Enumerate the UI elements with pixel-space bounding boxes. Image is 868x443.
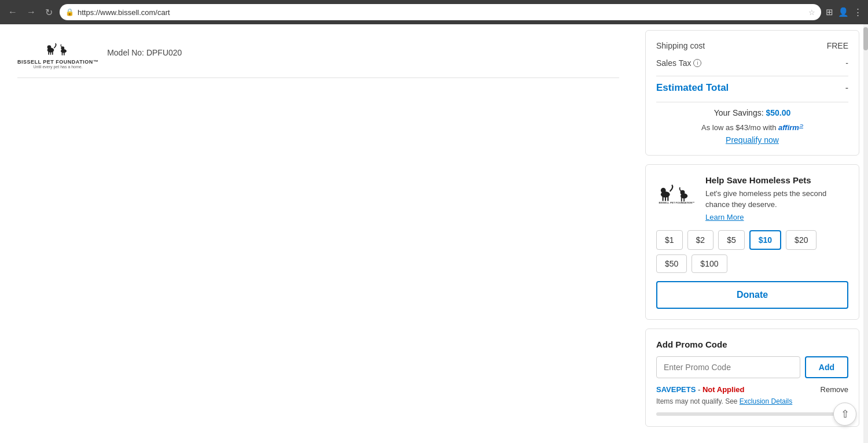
logo-name: BISSELL PET FOUNDATION™ <box>17 59 98 65</box>
affirm-logo: affirm⊃ <box>778 123 803 132</box>
scrollbar-thumb[interactable] <box>863 27 868 50</box>
product-header: BISSELL PET FOUNDATION™ Until every pet … <box>17 36 619 69</box>
extensions-icon[interactable]: ⊞ <box>826 7 833 17</box>
bissell-logo: BISSELL PET FOUNDATION™ Until every pet … <box>17 36 98 69</box>
svg-rect-4 <box>52 51 53 55</box>
promo-input-row: Add <box>656 356 848 378</box>
sales-tax-row: Sales Tax i - <box>656 58 848 68</box>
header-divider <box>17 77 619 78</box>
scroll-to-top-button[interactable]: ⇧ <box>833 403 856 426</box>
left-area: BISSELL PET FOUNDATION™ Until every pet … <box>0 24 637 443</box>
donate-button[interactable]: Donate <box>656 281 848 309</box>
savings-amount: $50.00 <box>766 108 790 117</box>
amount-10-button[interactable]: $10 <box>749 230 781 250</box>
url-text: https://www.bissell.com/cart <box>78 8 805 17</box>
amount-1-button[interactable]: $1 <box>656 230 683 250</box>
shipping-value: FREE <box>827 41 848 50</box>
donate-card: BISSELL PET FOUNDATION™ Help Save Homele… <box>645 164 859 319</box>
svg-rect-11 <box>663 196 664 201</box>
amount-100-button[interactable]: $100 <box>692 254 727 273</box>
browser-chrome: ← → ↻ 🔒 https://www.bissell.com/cart ☆ ⊞… <box>0 0 868 24</box>
promo-title: Add Promo Code <box>656 339 848 349</box>
security-icon: 🔒 <box>65 8 74 16</box>
svg-rect-3 <box>50 51 52 55</box>
learn-more-link[interactable]: Learn More <box>705 213 744 221</box>
exclusion-details-link[interactable]: Exclusion Details <box>740 397 792 405</box>
donate-logo-image: BISSELL PET FOUNDATION™ <box>656 175 697 207</box>
logo-image <box>43 36 72 59</box>
savings-label: Your Savings: $50.00 <box>714 108 791 117</box>
forward-button[interactable]: → <box>24 5 38 20</box>
sales-tax-info-icon[interactable]: i <box>693 59 701 67</box>
svg-rect-13 <box>667 196 668 201</box>
back-button[interactable]: ← <box>6 5 20 20</box>
donate-title: Help Save Homeless Pets <box>705 175 848 185</box>
amount-2-button[interactable]: $2 <box>687 230 714 250</box>
promo-card: Add Promo Code Add SAVEPETS - Not Applie… <box>645 328 859 427</box>
refresh-button[interactable]: ↻ <box>43 5 55 20</box>
remove-promo-link[interactable]: Remove <box>821 385 848 394</box>
affirm-row: As low as $43/mo with affirm⊃ <box>656 123 848 132</box>
profile-icon[interactable]: 👤 <box>838 7 849 17</box>
page-content: BISSELL PET FOUNDATION™ Until every pet … <box>0 24 868 443</box>
savings-row: Your Savings: $50.00 <box>656 108 848 117</box>
svg-point-5 <box>61 49 67 53</box>
svg-point-1 <box>47 45 52 49</box>
promo-code-input[interactable] <box>656 356 800 378</box>
promo-progress-bar <box>656 412 848 416</box>
donate-top: BISSELL PET FOUNDATION™ Help Save Homele… <box>656 175 848 221</box>
amount-5-button[interactable]: $5 <box>718 230 745 250</box>
promo-note: Items may not qualify. See Exclusion Det… <box>656 397 848 405</box>
svg-rect-8 <box>64 52 65 56</box>
sales-tax-value: - <box>845 58 848 68</box>
estimated-total-value: - <box>845 83 848 93</box>
scrollbar[interactable] <box>863 24 868 443</box>
estimated-total-row: Estimated Total - <box>656 82 848 94</box>
add-promo-button[interactable]: Add <box>805 356 848 378</box>
shipping-row: Shipping cost FREE <box>656 41 848 50</box>
menu-icon[interactable]: ⋮ <box>854 7 862 17</box>
shipping-label: Shipping cost <box>656 41 705 50</box>
amount-50-button[interactable]: $50 <box>656 254 687 273</box>
svg-text:BISSELL PET FOUNDATION™: BISSELL PET FOUNDATION™ <box>659 201 694 204</box>
prequalify-link[interactable]: Prequalify now <box>656 135 848 145</box>
address-bar[interactable]: 🔒 https://www.bissell.com/cart ☆ <box>60 4 821 20</box>
browser-toolbar: ⊞ 👤 ⋮ <box>826 7 862 17</box>
order-summary-card: Shipping cost FREE Sales Tax i - Estimat… <box>645 30 859 156</box>
promo-status-row: SAVEPETS - Not Applied Remove <box>656 385 848 394</box>
promo-code-name: SAVEPETS <box>656 385 696 394</box>
bookmark-icon[interactable]: ☆ <box>808 8 815 17</box>
right-sidebar: Shipping cost FREE Sales Tax i - Estimat… <box>637 24 868 443</box>
total-divider <box>656 76 848 76</box>
svg-rect-2 <box>48 51 49 55</box>
svg-point-10 <box>661 188 666 193</box>
donate-info: Help Save Homeless Pets Let's give homel… <box>705 175 848 221</box>
svg-rect-7 <box>62 52 63 56</box>
sales-tax-label-group: Sales Tax i <box>656 58 701 68</box>
svg-rect-12 <box>665 196 666 201</box>
donate-description: Let's give homeless pets the second chan… <box>705 189 848 209</box>
donation-amounts: $1 $2 $5 $10 $20 $50 $100 <box>656 230 848 273</box>
logo-tagline: Until every pet has a home. <box>33 65 82 69</box>
savings-divider <box>656 102 848 102</box>
not-applied-label: Not Applied <box>703 385 744 394</box>
estimated-total-label: Estimated Total <box>656 82 729 94</box>
model-number: Model No: DPFU020 <box>107 48 182 57</box>
promo-code-status: SAVEPETS - Not Applied <box>656 385 744 394</box>
amount-20-button[interactable]: $20 <box>786 230 816 250</box>
